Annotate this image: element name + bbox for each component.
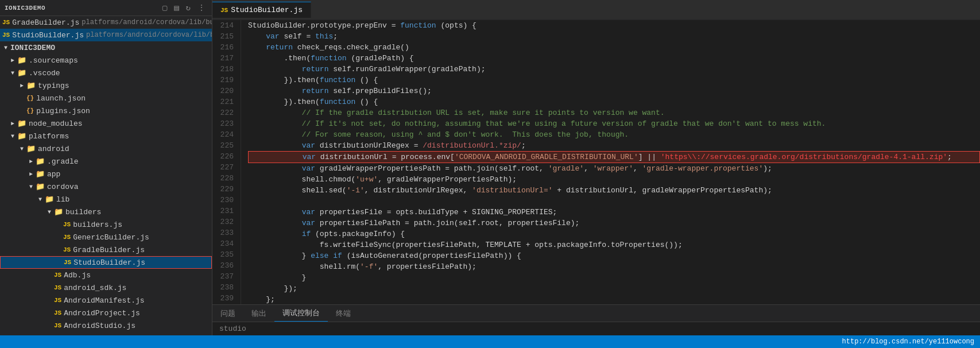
sidebar-item-ionic3demo[interactable]: ▼ IONIC3DEMO (0, 41, 212, 54)
sidebar-item-genericbuilder-js[interactable]: JS GenericBuilder.js (0, 231, 212, 243)
editor-tab-bar: JS StudioBuilder.js (212, 0, 980, 20)
code-content: StudioBuilder.prototype.prepEnv = functi… (241, 20, 980, 304)
folder-icon: 📁 (17, 56, 26, 65)
sidebar-item-lib[interactable]: ▼ 📁 lib (0, 193, 212, 206)
arrow-icon: ▼ (9, 70, 16, 76)
folder-icon: 📁 (26, 81, 36, 90)
sidebar-item-node-modules[interactable]: ► 📁 node_modules (0, 117, 212, 130)
collapse-icon[interactable]: ⋮ (196, 2, 207, 13)
sidebar: IONIC3DEMO ▢ ▤ ↻ ⋮ JS GradeBuilder.js pl… (0, 0, 212, 335)
js-file-icon: JS (63, 221, 71, 228)
sidebar-item-builders-js[interactable]: JS builders.js (0, 218, 212, 231)
js-file-icon: JS (54, 272, 61, 279)
folder-icon: 📁 (45, 195, 54, 204)
tab-studiobuilder-js[interactable]: JS StudioBuilder.js (212, 2, 311, 18)
arrow-icon: ▼ (37, 196, 44, 203)
arrow-icon: ▼ (46, 209, 53, 215)
sidebar-item-cordova[interactable]: ▼ 📁 cordova (0, 180, 212, 193)
js-file-icon: JS (54, 297, 61, 304)
sidebar-item-adb-js[interactable]: JS Adb.js (0, 269, 212, 281)
sidebar-item-androidproject-js[interactable]: JS AndroidProject.js (0, 307, 212, 319)
folder-icon: 📁 (26, 144, 36, 153)
arrow-icon: ► (9, 121, 16, 127)
tab-label: StudioBuilder.js (231, 6, 303, 14)
arrow-icon: ▼ (9, 133, 16, 140)
sidebar-actions: ▢ ▤ ↻ ⋮ (161, 2, 207, 13)
arrow-icon: ► (28, 158, 34, 165)
tab-problems[interactable]: 问题 (212, 306, 243, 322)
sidebar-item-androidstudio-js[interactable]: JS AndroidStudio.js (0, 319, 212, 332)
code-editor[interactable]: 2142152162172182192202212222232242252262… (212, 20, 980, 304)
arrow-icon: ▼ (28, 184, 34, 190)
sidebar-item-gradle[interactable]: ► 📁 .gradle (0, 155, 212, 168)
bottom-tab-bar: 问题 输出 调试控制台 终端 (212, 305, 980, 322)
arrow-icon: ► (18, 83, 25, 89)
js-file-icon: JS (64, 259, 71, 266)
refresh-icon[interactable]: ↻ (184, 2, 192, 13)
sidebar-item-platforms[interactable]: ▼ 📁 platforms (0, 130, 212, 142)
js-file-icon: JS (2, 32, 10, 38)
folder-icon: 📁 (17, 119, 26, 128)
sidebar-item-app[interactable]: ► 📁 app (0, 168, 212, 180)
tab-terminal[interactable]: 终端 (328, 306, 359, 322)
list-item[interactable]: JS StudioBuilder.js platforms/android/co… (0, 29, 212, 41)
new-file-icon[interactable]: ▢ (161, 2, 169, 13)
tab-debug-console[interactable]: 调试控制台 (274, 305, 328, 322)
js-file-icon: JS (63, 234, 71, 241)
js-file-icon: JS (63, 246, 71, 253)
folder-icon: 📁 (36, 157, 45, 166)
arrow-icon: ▼ (18, 146, 25, 152)
folder-icon: 📁 (17, 68, 26, 78)
sidebar-item-vscode[interactable]: ▼ 📁 .vscode (0, 67, 212, 79)
sidebar-item-studiobuilder-js[interactable]: JS StudioBuilder.js (0, 256, 212, 269)
folder-icon: 📁 (17, 132, 26, 141)
sidebar-item-typings[interactable]: ► 📁 typings (0, 79, 212, 92)
sidebar-item-launch-json[interactable]: {} launch.json (0, 92, 212, 105)
sidebar-item-sourcemaps[interactable]: ► 📁 .sourcemaps (0, 54, 212, 67)
sidebar-header: IONIC3DEMO ▢ ▤ ↻ ⋮ (0, 0, 212, 16)
sidebar-title: IONIC3DEMO (5, 5, 45, 11)
js-file-icon: JS (54, 310, 61, 316)
sidebar-item-builders[interactable]: ▼ 📁 builders (0, 206, 212, 218)
json-file-icon: {} (26, 107, 34, 114)
folder-icon: 📁 (54, 207, 63, 216)
json-file-icon: {} (26, 95, 34, 102)
arrow-icon: ▼ (2, 45, 9, 51)
js-file-icon: JS (54, 322, 61, 329)
folder-icon: 📁 (36, 182, 45, 191)
arrow-icon: ► (28, 171, 34, 177)
editor-area: JS StudioBuilder.js 21421521621721821922… (212, 0, 980, 335)
list-item[interactable]: JS GradeBuilder.js platforms/android/cor… (0, 16, 212, 29)
line-numbers: 2142152162172182192202212222232242252262… (212, 20, 241, 304)
bottom-text: studio (219, 324, 246, 333)
sidebar-item-android-sdk-js[interactable]: JS android_sdk.js (0, 281, 212, 294)
status-url: http://blog.csdn.net/ye111owcong (842, 338, 974, 346)
sidebar-item-android[interactable]: ▼ 📁 android (0, 142, 212, 155)
status-right: http://blog.csdn.net/ye111owcong (842, 338, 974, 346)
js-file-icon: JS (54, 284, 61, 291)
sidebar-item-androidmanifest-js[interactable]: JS AndroidManifest.js (0, 294, 212, 307)
bottom-panel: 问题 输出 调试控制台 终端 studio (212, 304, 980, 335)
arrow-icon: ► (9, 57, 16, 64)
status-bar: http://blog.csdn.net/ye111owcong (0, 335, 980, 348)
bottom-content: studio (212, 322, 980, 335)
tab-output[interactable]: 输出 (243, 306, 274, 322)
tab-js-icon: JS (220, 7, 228, 14)
js-file-icon: JS (2, 19, 10, 26)
sidebar-item-gradlebuilder-js[interactable]: JS GradleBuilder.js (0, 243, 212, 256)
sidebar-item-plugins-json[interactable]: {} plugins.json (0, 105, 212, 117)
new-folder-icon[interactable]: ▤ (172, 2, 180, 13)
folder-icon: 📁 (36, 169, 45, 179)
